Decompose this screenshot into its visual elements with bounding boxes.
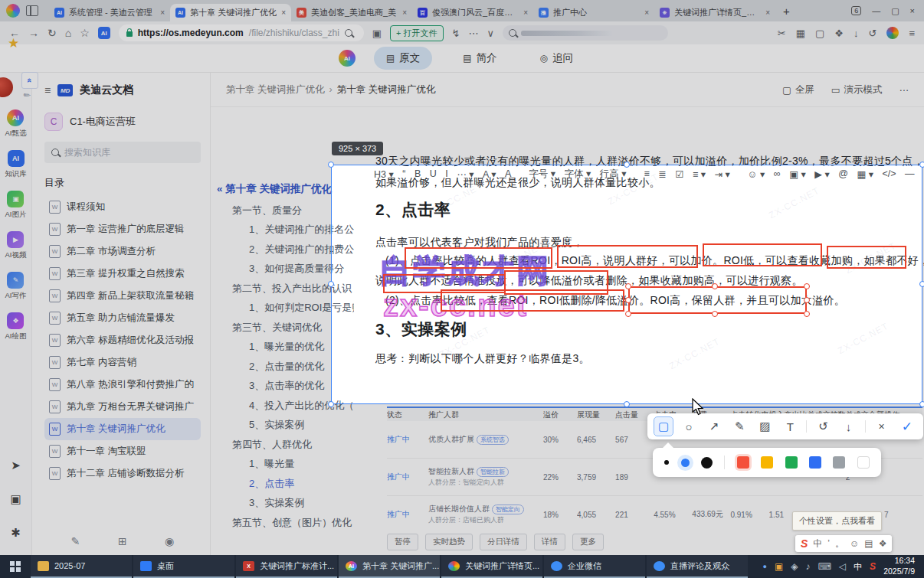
- url-box[interactable]: https://os.medeyun.com /file/zhishiku/cl…: [119, 24, 364, 41]
- chapter-nav-item[interactable]: 第五节、创意（图片）优化: [211, 513, 354, 533]
- table-footer-button[interactable]: 暂停: [387, 534, 418, 550]
- view-mode-tab[interactable]: ▤ 简介: [451, 47, 509, 70]
- split-view-icon[interactable]: [26, 5, 38, 16]
- taskbar-item[interactable]: 企业微信: [544, 555, 645, 578]
- browser-tab[interactable]: AI 系统管理 - 美迪云管理 ×: [49, 4, 170, 21]
- chapter-nav-item[interactable]: 5、实操案例: [211, 416, 354, 436]
- selection-resize-handle[interactable]: [624, 162, 630, 168]
- rail-item[interactable]: ❖ AI绘图: [5, 312, 27, 341]
- rail-item[interactable]: AI 知识库: [5, 150, 27, 179]
- extension-badge-icon[interactable]: ▦: [796, 28, 805, 39]
- bookmark-star-icon[interactable]: ★: [8, 35, 19, 51]
- power-icon[interactable]: ◉: [165, 535, 174, 547]
- table-footer-button[interactable]: 详情: [534, 534, 565, 550]
- color-yellow[interactable]: [761, 456, 773, 469]
- screenshot-selection-rect[interactable]: [331, 165, 922, 404]
- color-red[interactable]: [737, 456, 749, 469]
- color-gray[interactable]: [833, 456, 845, 469]
- workspace-row[interactable]: C C1-电商运营班: [44, 113, 201, 131]
- ime-period[interactable]: 。: [835, 537, 844, 550]
- browser-tab[interactable]: AI 第十章 关键词推广优化 ×: [170, 4, 291, 21]
- wecom-tray-icon[interactable]: ●: [763, 563, 767, 570]
- color-white[interactable]: [857, 456, 870, 469]
- history-icon[interactable]: ↺: [869, 28, 877, 39]
- stroke-small-dot[interactable]: [664, 460, 669, 465]
- breadcrumb-first[interactable]: 第十章 关键词推广优化: [226, 83, 324, 96]
- bookmark-star-icon[interactable]: ☆: [80, 27, 90, 39]
- table-header-cell[interactable]: 展现量: [577, 410, 615, 420]
- browser-menu-icon[interactable]: ≡: [909, 28, 915, 39]
- collapse-icon[interactable]: «: [217, 183, 223, 194]
- app-tray-icon[interactable]: ▣: [775, 561, 783, 572]
- ime-punct[interactable]: ’: [827, 538, 830, 549]
- rail-item[interactable]: ▣ AI图片: [5, 191, 27, 220]
- settings-tooltip[interactable]: 个性设置，点我看看: [792, 511, 882, 531]
- restore-button[interactable]: ▢: [891, 6, 899, 16]
- sogou-logo-icon[interactable]: S: [801, 537, 808, 550]
- selection-resize-handle[interactable]: [328, 401, 334, 407]
- divider[interactable]: [865, 420, 866, 433]
- chapter-nav-item[interactable]: 第四节、人群优化: [211, 435, 354, 455]
- taskbar-item[interactable]: AI 第十章 关键词推广...: [339, 555, 440, 578]
- ai-extension-icon[interactable]: AI: [98, 27, 110, 39]
- table-footer-button[interactable]: 分日详情: [480, 534, 527, 550]
- toc-item[interactable]: W 第二章 市场调查分析: [44, 240, 201, 263]
- chapter-nav-item[interactable]: 3、实操案例: [211, 494, 354, 514]
- toc-item[interactable]: W 第六章 标题精细优化及活动报: [44, 329, 201, 351]
- taskbar-item[interactable]: 直播评论及观众: [647, 555, 748, 578]
- undo-tool[interactable]: ↺: [814, 417, 833, 436]
- gear-icon[interactable]: ✱: [11, 526, 21, 540]
- input-method-indicator[interactable]: 中: [854, 561, 862, 573]
- toc-item[interactable]: W 第三章 提升权重之自然搜索: [44, 263, 201, 285]
- presentation-mode-button[interactable]: ▭演示模式: [831, 83, 883, 96]
- tab-close-icon[interactable]: ×: [644, 8, 649, 17]
- rail-item[interactable]: ✎ AI写作: [5, 272, 27, 301]
- kb-search-input[interactable]: 搜索知识库: [44, 142, 201, 163]
- minimize-button[interactable]: —: [872, 6, 880, 15]
- chevron-down-icon[interactable]: ∨: [487, 28, 494, 39]
- tab-close-icon[interactable]: ×: [523, 8, 528, 17]
- browser-tab[interactable]: 百 俊强澳门风云_百度搜索 ×: [412, 4, 533, 21]
- ime-toolbox-icon[interactable]: ❖: [879, 538, 887, 549]
- tab-close-icon[interactable]: ×: [765, 8, 770, 17]
- rect-tool[interactable]: ▢: [654, 417, 673, 436]
- scissors-icon[interactable]: ✂: [778, 28, 786, 39]
- selection-resize-handle[interactable]: [919, 281, 924, 287]
- app-icon[interactable]: ▣: [10, 492, 21, 506]
- taskbar-item[interactable]: 桌面: [133, 555, 234, 578]
- confirm-tool[interactable]: ✓: [898, 417, 916, 436]
- ellipse-tool[interactable]: ○: [680, 417, 698, 436]
- forward-button[interactable]: →: [28, 27, 39, 39]
- toc-item[interactable]: W 第五章 助力店铺流量爆发: [44, 307, 201, 329]
- selection-resize-handle[interactable]: [919, 401, 924, 407]
- ime-chinese-mode[interactable]: 中: [813, 537, 822, 550]
- speaker-icon[interactable]: ◁: [839, 561, 846, 572]
- browser-tab[interactable]: 推 推广中心 ×: [533, 4, 654, 21]
- color-blue[interactable]: [809, 456, 821, 469]
- toc-item[interactable]: W 第四章 新品上架获取流量秘籍: [44, 285, 201, 307]
- close-button[interactable]: ×: [910, 6, 915, 15]
- toc-item[interactable]: W 第十一章 淘宝联盟: [44, 440, 201, 462]
- search-icon[interactable]: [345, 29, 352, 37]
- toc-item[interactable]: W 第十章 关键词推广优化: [44, 418, 201, 440]
- table-footer-button[interactable]: 更多: [572, 534, 604, 550]
- ime-emoji-icon[interactable]: ☺: [850, 538, 859, 549]
- more-actions-icon[interactable]: ⋯: [468, 28, 478, 39]
- stroke-medium-dot[interactable]: [681, 459, 690, 467]
- table-header-cell[interactable]: 推广人群: [428, 410, 543, 420]
- arrow-tool[interactable]: ↗: [705, 417, 723, 436]
- view-mode-tab[interactable]: ◎ 追问: [528, 47, 585, 70]
- mic-icon[interactable]: ♪: [806, 561, 811, 572]
- new-tab-button[interactable]: +: [783, 5, 790, 18]
- color-green[interactable]: [785, 456, 798, 469]
- cancel-tool[interactable]: ×: [873, 417, 891, 436]
- view-mode-tab[interactable]: ▤ 原文: [374, 47, 432, 70]
- taskbar-item[interactable]: 2025-07: [31, 555, 132, 578]
- browser-tab[interactable]: ❋ 关键词推广详情页_万相 ×: [654, 4, 775, 21]
- table-footer-button[interactable]: 实时趋势: [425, 534, 473, 550]
- pen-tool[interactable]: ✎: [730, 417, 749, 436]
- sogou-icon[interactable]: S: [870, 561, 876, 572]
- toc-item[interactable]: W 课程须知: [44, 196, 201, 218]
- selection-resize-handle[interactable]: [328, 281, 334, 287]
- text-tool[interactable]: T: [781, 417, 799, 436]
